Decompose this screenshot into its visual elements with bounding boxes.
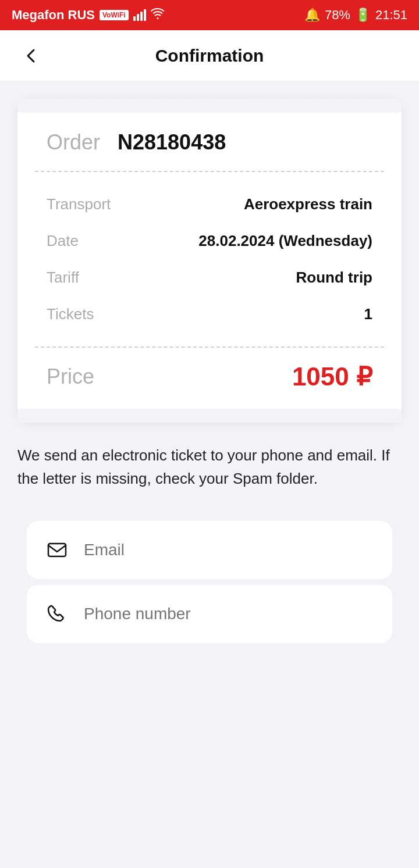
email-input[interactable] [84,541,375,559]
page-title: Confirmation [155,46,264,66]
info-text: We send an electronic ticket to your pho… [17,444,402,491]
scallop-circle [144,99,157,112]
scallop-circle [278,409,290,422]
scallop-row-bottom [17,409,402,422]
detail-date: Date 28.02.2024 (Wednesday) [47,223,372,259]
details-section: Transport Aeroexpress train Date 28.02.2… [17,172,402,347]
scallop-circle [99,99,112,112]
date-value: 28.02.2024 (Wednesday) [198,232,372,250]
scallop-circle [84,99,97,112]
scallop-circle [54,99,67,112]
detail-tariff: Tariff Round trip [47,259,372,296]
battery-icon: 🔋 [355,8,371,23]
scallop-circle [262,99,275,112]
scallop-circle [322,99,335,112]
transport-label: Transport [47,195,111,213]
main-content: Order N28180438 Transport Aeroexpress tr… [0,81,419,868]
scallop-circle [233,99,246,112]
order-number: N28180438 [118,130,226,155]
scallop-circle [39,409,52,422]
detail-transport: Transport Aeroexpress train [47,186,372,223]
date-label: Date [47,232,79,250]
scallop-circle [278,99,290,112]
tickets-label: Tickets [47,305,94,323]
scallop-circle [307,99,320,112]
scallop-circle [292,409,305,422]
status-right: 🔔 78% 🔋 21:51 [304,8,407,23]
scallop-circle [158,99,171,112]
scallop-circle [218,409,231,422]
scallop-circle [292,99,305,112]
scallop-circle [69,99,82,112]
phone-field-container[interactable] [27,585,392,643]
ticket-card: Order N28180438 Transport Aeroexpress tr… [17,99,402,423]
scallop-circle [367,99,379,112]
tickets-value: 1 [364,305,372,323]
tariff-value: Round trip [296,269,372,287]
scallop-circle [129,99,141,112]
scallop-circle [262,409,275,422]
scallop-circle [173,409,186,422]
vowifi-badge: VoWiFi [100,10,129,20]
signal-bars-icon [133,9,146,21]
alarm-icon: 🔔 [304,8,320,23]
price-label: Price [47,365,94,389]
tariff-label: Tariff [47,269,79,287]
scallop-circle [203,409,216,422]
time-display: 21:51 [375,8,407,23]
email-field-container[interactable] [27,521,392,579]
scallop-circle [188,409,201,422]
scallop-circle [248,409,261,422]
scallop-circle [188,99,201,112]
carrier-name: Megafon RUS [12,8,95,23]
scallop-row-top [17,99,402,112]
scallop-circle [352,99,365,112]
phone-icon [44,601,70,627]
order-label: Order [47,130,100,155]
header: Confirmation [0,30,419,81]
ticket-scallop-top [17,99,402,113]
scallop-circle [322,409,335,422]
scallop-circle [144,409,157,422]
scallop-circle [84,409,97,422]
scallop-circle [113,99,126,112]
scallop-circle [248,99,261,112]
scallop-circle [99,409,112,422]
detail-tickets: Tickets 1 [47,296,372,333]
svg-rect-0 [48,544,66,556]
scallop-circle [173,99,186,112]
scallop-circle [218,99,231,112]
scallop-circle [233,409,246,422]
scallop-circle [39,99,52,112]
scallop-circle [367,409,379,422]
price-value: 1050 ₽ [292,362,372,391]
scallop-circle [382,409,395,422]
phone-input[interactable] [84,605,375,623]
scallop-circle [113,409,126,422]
scallop-circle [129,409,141,422]
scallop-circle [352,409,365,422]
ticket-scallop-bottom [17,409,402,423]
scallop-circle [69,409,82,422]
carrier-info: Megafon RUS VoWiFi [12,8,165,23]
transport-value: Aeroexpress train [244,195,372,213]
status-bar: Megafon RUS VoWiFi 🔔 78% 🔋 21:51 [0,0,419,30]
scallop-circle [158,409,171,422]
scallop-circle [337,99,350,112]
scallop-circle [24,99,37,112]
scallop-circle [382,99,395,112]
price-section: Price 1050 ₽ [17,348,402,409]
order-section: Order N28180438 [17,113,402,171]
email-icon [44,537,70,563]
scallop-circle [203,99,216,112]
scallop-circle [337,409,350,422]
scallop-circle [54,409,67,422]
back-button[interactable] [17,42,45,70]
scallop-circle [307,409,320,422]
battery-level: 78% [325,8,350,23]
form-card [17,509,402,655]
wifi-icon [151,8,165,23]
scallop-circle [24,409,37,422]
